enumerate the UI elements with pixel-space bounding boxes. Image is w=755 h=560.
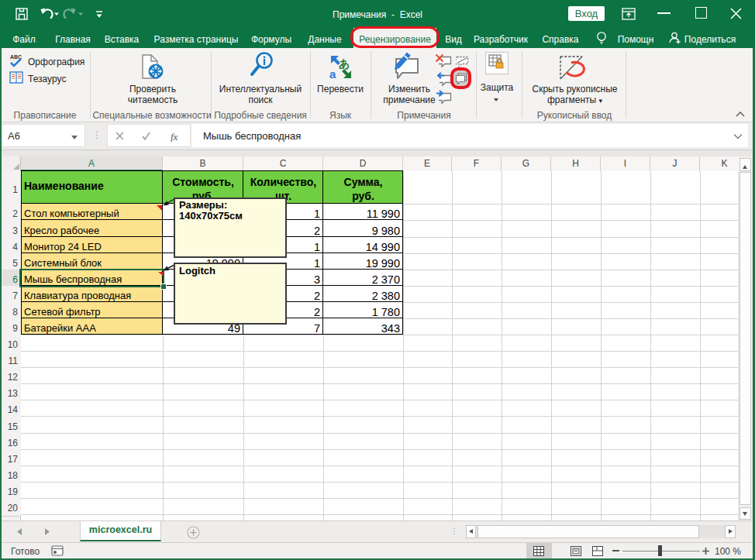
- svg-text:あ: あ: [339, 57, 350, 70]
- svg-text:fx: fx: [171, 131, 178, 142]
- svg-text:a: a: [329, 67, 336, 80]
